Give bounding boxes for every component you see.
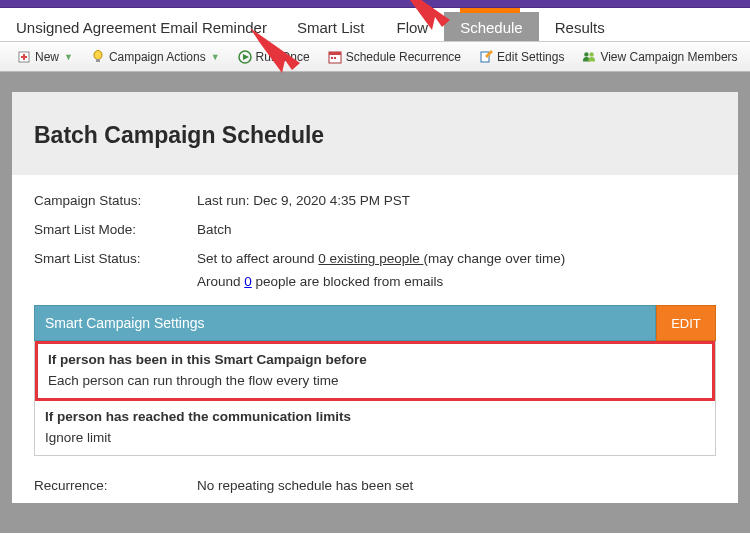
- rule-person-been-before: If person has been in this Smart Campaig…: [35, 341, 715, 401]
- lightbulb-icon: [91, 50, 105, 64]
- plus-icon: [17, 50, 31, 64]
- smart-list-status-value: Set to affect around 0 existing people (…: [197, 251, 565, 266]
- smart-list-status-label: Smart List Status:: [34, 251, 197, 266]
- breadcrumb: Unsigned Agreement Email Reminder: [6, 12, 281, 41]
- tab-results[interactable]: Results: [539, 12, 621, 41]
- recurrence-label: Recurrence:: [34, 478, 197, 493]
- rule2-value: Ignore limit: [45, 430, 705, 445]
- people-icon: [582, 50, 596, 64]
- sl-status-suffix: (may change over time): [423, 251, 565, 266]
- sl-status-prefix: Set to affect around: [197, 251, 318, 266]
- view-members-button[interactable]: View Campaign Members: [573, 46, 746, 68]
- campaign-actions-label: Campaign Actions: [109, 50, 206, 64]
- svg-marker-6: [243, 54, 249, 60]
- campaign-status-value: Last run: Dec 9, 2020 4:35 PM PST: [197, 193, 410, 208]
- svg-point-13: [590, 52, 594, 56]
- existing-people-link[interactable]: 0 existing people: [318, 251, 423, 266]
- new-button[interactable]: New ▼: [8, 46, 82, 68]
- tab-schedule[interactable]: Schedule: [444, 12, 539, 41]
- rule1-title: If person has been in this Smart Campaig…: [48, 352, 702, 367]
- view-members-label: View Campaign Members: [600, 50, 737, 64]
- svg-rect-9: [331, 57, 333, 59]
- blocked-suffix: people are blocked from emails: [252, 274, 443, 289]
- tab-smart-list[interactable]: Smart List: [281, 12, 381, 41]
- edit-settings-button[interactable]: Edit Settings: [470, 46, 573, 68]
- new-label: New: [35, 50, 59, 64]
- run-icon: [238, 50, 252, 64]
- tab-flow[interactable]: Flow: [380, 12, 444, 41]
- schedule-recurrence-button[interactable]: Schedule Recurrence: [319, 46, 470, 68]
- settings-panel: Smart Campaign Settings EDIT If person h…: [34, 305, 716, 456]
- schedule-recurrence-label: Schedule Recurrence: [346, 50, 461, 64]
- tab-bar: Unsigned Agreement Email Reminder Smart …: [0, 8, 750, 42]
- svg-rect-8: [329, 52, 341, 55]
- svg-point-3: [94, 50, 102, 59]
- edit-settings-label: Edit Settings: [497, 50, 564, 64]
- edit-button[interactable]: EDIT: [656, 305, 716, 341]
- run-once-label: Run Once: [256, 50, 310, 64]
- svg-rect-10: [334, 57, 336, 59]
- run-once-button[interactable]: Run Once: [229, 46, 319, 68]
- blocked-text: Around 0 people are blocked from emails: [197, 274, 716, 289]
- campaign-actions-button[interactable]: Campaign Actions ▼: [82, 46, 229, 68]
- rule-communication-limits: If person has reached the communication …: [35, 401, 715, 455]
- campaign-status-label: Campaign Status:: [34, 193, 197, 208]
- chevron-down-icon: ▼: [64, 52, 73, 62]
- page-title: Batch Campaign Schedule: [12, 92, 738, 175]
- smart-list-mode-value: Batch: [197, 222, 232, 237]
- toolbar: New ▼ Campaign Actions ▼ Run Once Schedu…: [0, 42, 750, 72]
- recurrence-value: No repeating schedule has been set: [197, 478, 413, 493]
- blocked-prefix: Around: [197, 274, 244, 289]
- edit-icon: [479, 50, 493, 64]
- chevron-down-icon: ▼: [211, 52, 220, 62]
- blocked-link[interactable]: 0: [244, 274, 252, 289]
- settings-header: Smart Campaign Settings: [34, 305, 656, 341]
- calendar-icon: [328, 50, 342, 64]
- rule1-value: Each person can run through the flow eve…: [48, 373, 702, 388]
- svg-rect-4: [96, 59, 100, 62]
- rule2-title: If person has reached the communication …: [45, 409, 705, 424]
- svg-rect-2: [21, 56, 27, 58]
- smart-list-mode-label: Smart List Mode:: [34, 222, 197, 237]
- svg-point-12: [585, 52, 589, 56]
